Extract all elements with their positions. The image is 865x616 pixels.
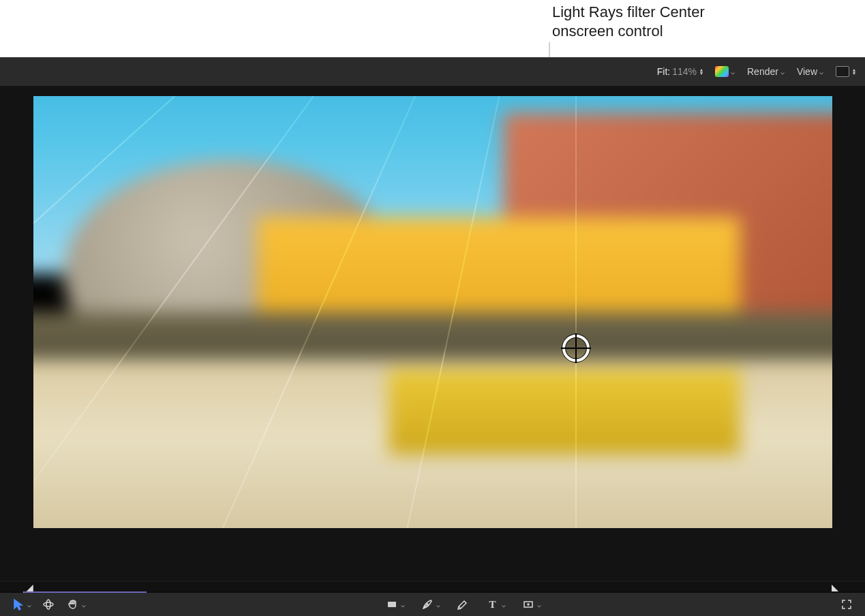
- tools-toolbar: ⌵ ⌵ ⌵ ⌵ T ⌵ ⌵: [0, 593, 865, 616]
- shape-tool[interactable]: ⌵: [384, 597, 405, 612]
- svg-point-5: [528, 604, 529, 605]
- fit-zoom-control[interactable]: Fit: 114% ▴▾: [657, 66, 703, 77]
- pen-tool[interactable]: ⌵: [420, 597, 440, 612]
- chevron-down-icon: ⌵: [731, 68, 735, 76]
- viewer-canvas[interactable]: [33, 96, 832, 528]
- chevron-down-icon: ⌵: [780, 68, 785, 76]
- play-range-bar[interactable]: ◢ ◣: [0, 582, 865, 591]
- paint-stroke-tool[interactable]: [455, 597, 470, 612]
- render-label: Render: [747, 66, 778, 77]
- chevron-down-icon: ⌵: [401, 601, 405, 609]
- chevron-down-icon: ⌵: [819, 68, 823, 76]
- stepper-icon: ▴▾: [700, 68, 703, 75]
- mask-tool[interactable]: ⌵: [521, 597, 541, 612]
- stepper-icon: ▴▾: [853, 68, 855, 75]
- svg-point-0: [44, 602, 53, 606]
- color-channels-icon: [715, 66, 729, 77]
- rectangle-mask-icon: [521, 597, 536, 612]
- 3d-transform-tool[interactable]: [41, 597, 56, 612]
- view-label: View: [797, 66, 817, 77]
- canvas-area: [0, 86, 865, 581]
- svg-point-3: [427, 604, 428, 605]
- rectangle-icon: [384, 597, 399, 612]
- select-tool[interactable]: ⌵: [11, 597, 31, 612]
- fullscreen-toggle[interactable]: [839, 597, 854, 612]
- light-rays-center-control[interactable]: [562, 335, 590, 362]
- annotation-callout: Light Rays filter Center onscreen contro…: [552, 3, 705, 40]
- chevron-down-icon: ⌵: [537, 601, 541, 609]
- hand-icon: [65, 597, 80, 612]
- arrow-cursor-icon: [11, 597, 26, 612]
- text-tool[interactable]: T ⌵: [485, 597, 506, 612]
- pen-nib-icon: [420, 597, 435, 612]
- app-window: Fit: 114% ▴▾ ⌵ Render ⌵ View ⌵ ▴▾: [0, 57, 865, 616]
- fit-value: 114%: [672, 66, 697, 77]
- canvas-toolbar: Fit: 114% ▴▾ ⌵ Render ⌵ View ⌵ ▴▾: [0, 57, 865, 86]
- chevron-down-icon: ⌵: [436, 601, 440, 609]
- chevron-down-icon: ⌵: [27, 601, 31, 609]
- layout-swatch-icon: [836, 66, 849, 77]
- view-menu[interactable]: View ⌵: [797, 66, 823, 77]
- chevron-down-icon: ⌵: [502, 601, 506, 609]
- annotation-line1: Light Rays filter Center: [552, 3, 705, 22]
- svg-point-1: [46, 600, 50, 609]
- pan-tool[interactable]: ⌵: [65, 597, 86, 612]
- text-icon: T: [485, 597, 500, 612]
- svg-rect-2: [388, 602, 396, 607]
- annotation-line2: onscreen control: [552, 22, 705, 41]
- render-menu[interactable]: Render ⌵: [747, 66, 785, 77]
- canvas-image: [33, 96, 832, 528]
- fit-label: Fit:: [657, 66, 670, 77]
- color-channel-menu[interactable]: ⌵: [715, 66, 735, 77]
- layout-menu[interactable]: ▴▾: [836, 66, 855, 77]
